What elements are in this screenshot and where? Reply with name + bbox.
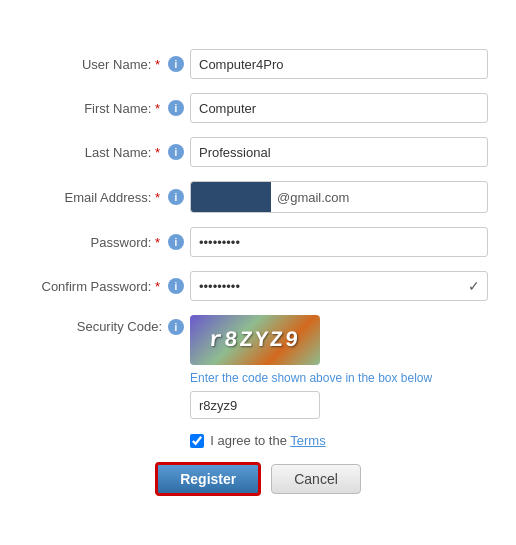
agree-label: I agree to the Terms [210,433,325,448]
lastname-info-icon[interactable]: i [168,144,184,160]
username-info-col: i [168,56,190,72]
username-row: User Name: * i [28,49,488,79]
terms-link[interactable]: Terms [290,433,325,448]
lastname-label-text: Last Name: [85,145,151,160]
agree-checkbox[interactable] [190,434,204,448]
password-row: Password: * i [28,227,488,257]
password-label: Password: * [28,235,168,250]
email-label: Email Address: * [28,190,168,205]
confirm-password-row: Confirm Password: * i ✓ [28,271,488,301]
username-info-icon[interactable]: i [168,56,184,72]
security-code-info-col: i [168,315,190,335]
captcha-hint: Enter the code shown above in the box be… [190,371,488,385]
agree-row: I agree to the Terms [28,433,488,448]
confirm-password-label-text: Confirm Password: [42,279,152,294]
registration-form: User Name: * i First Name: * i Last Name… [18,29,498,516]
username-label-text: User Name: [82,57,151,72]
confirm-password-info-icon[interactable]: i [168,278,184,294]
firstname-label: First Name: * [28,101,168,116]
firstname-input[interactable] [190,93,488,123]
username-label: User Name: * [28,57,168,72]
register-button[interactable]: Register [155,462,261,496]
lastname-info-col: i [168,144,190,160]
email-info-col: i [168,189,190,205]
security-code-right: r8ZYZ9 Enter the code shown above in the… [190,315,488,419]
security-code-label: Security Code: [28,315,168,334]
email-info-icon[interactable]: i [168,189,184,205]
cancel-button[interactable]: Cancel [271,464,361,494]
captcha-input[interactable] [190,391,320,419]
security-code-section: Security Code: i r8ZYZ9 Enter the code s… [28,315,488,419]
confirm-password-wrapper: ✓ [190,271,488,301]
password-label-text: Password: [91,235,152,250]
lastname-input[interactable] [190,137,488,167]
captcha-image: r8ZYZ9 [190,315,320,365]
lastname-required: * [155,145,160,160]
buttons-row: Register Cancel [28,462,488,496]
confirm-password-info-col: i [168,278,190,294]
captcha-text: r8ZYZ9 [208,328,301,353]
lastname-row: Last Name: * i [28,137,488,167]
confirm-password-label: Confirm Password: * [28,279,168,294]
password-info-icon[interactable]: i [168,234,184,250]
firstname-row: First Name: * i [28,93,488,123]
firstname-info-icon[interactable]: i [168,100,184,116]
firstname-label-text: First Name: [84,101,151,116]
email-label-text: Email Address: [65,190,152,205]
password-input[interactable] [190,227,488,257]
confirm-password-required: * [155,279,160,294]
agree-text: I agree to the [210,433,290,448]
password-info-col: i [168,234,190,250]
security-code-info-icon[interactable]: i [168,319,184,335]
email-suffix: @gmail.com [271,190,355,205]
email-input-wrapper: @gmail.com [190,181,488,213]
security-code-row: Security Code: i r8ZYZ9 Enter the code s… [28,315,488,419]
email-row: Email Address: * i @gmail.com [28,181,488,213]
confirm-check-icon: ✓ [468,278,480,294]
firstname-info-col: i [168,100,190,116]
password-required: * [155,235,160,250]
firstname-required: * [155,101,160,116]
username-input[interactable] [190,49,488,79]
lastname-label: Last Name: * [28,145,168,160]
confirm-password-input[interactable] [190,271,488,301]
username-required: * [155,57,160,72]
email-required: * [155,190,160,205]
security-code-label-text: Security Code: [77,319,162,334]
email-prefix [191,182,271,212]
